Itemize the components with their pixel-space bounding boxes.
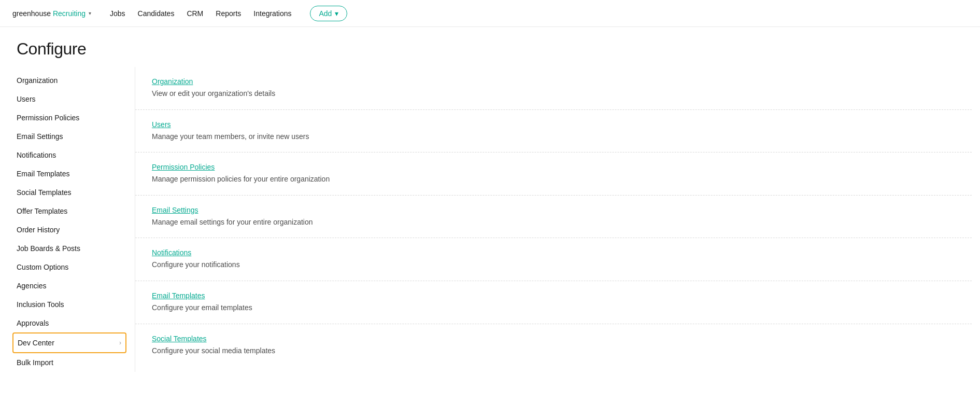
sidebar-label: Agencies	[17, 282, 47, 290]
main-content: OrganizationView or edit your organizati…	[135, 67, 972, 372]
sidebar-label: Email Templates	[17, 170, 69, 178]
nav-links: Jobs Candidates CRM Reports Integrations	[110, 9, 292, 18]
sidebar-item-email-settings[interactable]: Email Settings	[12, 127, 126, 146]
sidebar-item-agencies[interactable]: Agencies	[12, 276, 126, 295]
sidebar-label: Job Boards & Posts	[17, 244, 80, 253]
config-link-organization[interactable]: Organization	[152, 77, 193, 86]
sidebar-item-inclusion-tools[interactable]: Inclusion Tools	[12, 295, 126, 314]
add-chevron-icon: ▾	[335, 9, 338, 18]
sidebar-label: Email Settings	[17, 132, 63, 141]
config-description: Manage permission policies for your enti…	[152, 174, 955, 185]
page-container: Configure OrganizationUsersPermission Po…	[0, 27, 980, 372]
nav-jobs[interactable]: Jobs	[110, 9, 125, 18]
sidebar-label: Notifications	[17, 151, 56, 159]
sidebar-label: Bulk Import	[17, 358, 53, 367]
sidebar-label: Custom Options	[17, 263, 68, 271]
config-item-email-settings: Email SettingsManage email settings for …	[135, 196, 972, 239]
sidebar-label: Users	[17, 95, 36, 103]
logo-greenhouse-text: greenhouse	[12, 9, 51, 18]
sidebar-item-notifications[interactable]: Notifications	[12, 146, 126, 164]
logo-chevron-icon: ▾	[89, 10, 91, 16]
page-title: Configure	[17, 39, 963, 59]
sidebar-label: Organization	[17, 76, 58, 85]
sidebar-item-email-templates[interactable]: Email Templates	[12, 164, 126, 183]
config-link-email-settings[interactable]: Email Settings	[152, 206, 198, 214]
sidebar-item-users[interactable]: Users	[12, 90, 126, 108]
content-area: OrganizationUsersPermission PoliciesEmai…	[0, 67, 980, 372]
sidebar-label: Approvals	[17, 319, 49, 327]
config-description: Manage email settings for your entire or…	[152, 217, 955, 228]
config-link-email-templates[interactable]: Email Templates	[152, 291, 205, 300]
chevron-right-icon: ›	[119, 339, 121, 346]
sidebar-item-approvals[interactable]: Approvals	[12, 314, 126, 332]
config-item-email-templates: Email TemplatesConfigure your email temp…	[135, 281, 972, 324]
sidebar-item-social-templates[interactable]: Social Templates	[12, 183, 126, 202]
sidebar-label: Inclusion Tools	[17, 300, 64, 309]
top-navigation: greenhouse Recruiting ▾ Jobs Candidates …	[0, 0, 980, 27]
sidebar-label: Permission Policies	[17, 114, 79, 122]
config-description: View or edit your organization's details	[152, 89, 955, 99]
config-description: Configure your notifications	[152, 260, 955, 270]
sidebar-item-job-boards-and-posts[interactable]: Job Boards & Posts	[12, 239, 126, 258]
sidebar-item-custom-options[interactable]: Custom Options	[12, 258, 126, 276]
config-item-notifications: NotificationsConfigure your notification…	[135, 238, 972, 281]
logo[interactable]: greenhouse Recruiting ▾	[12, 9, 91, 18]
sidebar-label: Social Templates	[17, 188, 72, 197]
sidebar-item-bulk-import[interactable]: Bulk Import	[12, 353, 126, 372]
nav-crm[interactable]: CRM	[187, 9, 203, 18]
sidebar-item-permission-policies[interactable]: Permission Policies	[12, 108, 126, 127]
config-description: Configure your email templates	[152, 303, 955, 313]
sidebar-item-offer-templates[interactable]: Offer Templates	[12, 202, 126, 220]
config-item-organization: OrganizationView or edit your organizati…	[135, 67, 972, 110]
config-link-permission-policies[interactable]: Permission Policies	[152, 163, 215, 171]
sidebar-label: Order History	[17, 226, 60, 234]
sidebar-item-dev-center[interactable]: Dev Center›	[12, 332, 126, 353]
sidebar: OrganizationUsersPermission PoliciesEmai…	[12, 67, 126, 372]
sidebar-item-organization[interactable]: Organization	[12, 71, 126, 90]
config-item-users: UsersManage your team members, or invite…	[135, 110, 972, 153]
config-link-users[interactable]: Users	[152, 120, 171, 129]
page-title-area: Configure	[0, 27, 980, 67]
config-description: Manage your team members, or invite new …	[152, 132, 955, 142]
nav-reports[interactable]: Reports	[216, 9, 241, 18]
sidebar-label: Dev Center	[18, 339, 54, 347]
config-item-permission-policies: Permission PoliciesManage permission pol…	[135, 152, 972, 196]
config-description: Configure your social media templates	[152, 346, 955, 356]
config-link-social-templates[interactable]: Social Templates	[152, 335, 207, 343]
nav-integrations[interactable]: Integrations	[253, 9, 291, 18]
add-button[interactable]: Add ▾	[310, 6, 347, 21]
config-item-social-templates: Social TemplatesConfigure your social me…	[135, 324, 972, 367]
nav-candidates[interactable]: Candidates	[138, 9, 175, 18]
config-link-notifications[interactable]: Notifications	[152, 248, 191, 257]
sidebar-label: Offer Templates	[17, 207, 67, 215]
add-button-label: Add	[319, 9, 332, 18]
sidebar-item-order-history[interactable]: Order History	[12, 220, 126, 239]
logo-recruiting-text: Recruiting	[53, 9, 86, 18]
